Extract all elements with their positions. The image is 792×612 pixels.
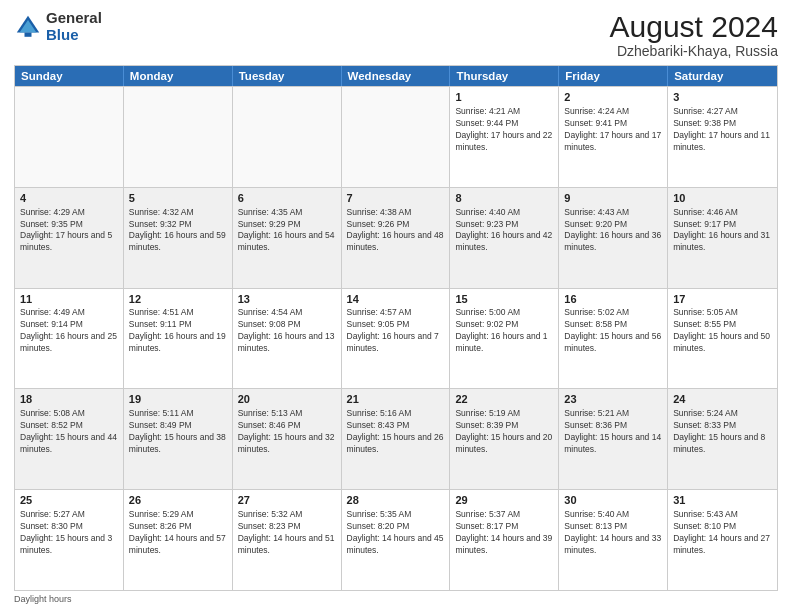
cell-details: Sunrise: 5:11 AMSunset: 8:49 PMDaylight:… <box>129 408 227 456</box>
calendar-header: SundayMondayTuesdayWednesdayThursdayFrid… <box>15 66 777 86</box>
calendar-cell: 26Sunrise: 5:29 AMSunset: 8:26 PMDayligh… <box>124 490 233 590</box>
day-number: 18 <box>20 392 118 407</box>
calendar-cell: 13Sunrise: 4:54 AMSunset: 9:08 PMDayligh… <box>233 289 342 389</box>
day-number: 2 <box>564 90 662 105</box>
day-number: 6 <box>238 191 336 206</box>
day-number: 28 <box>347 493 445 508</box>
day-number: 16 <box>564 292 662 307</box>
calendar-body: 1Sunrise: 4:21 AMSunset: 9:44 PMDaylight… <box>15 86 777 590</box>
day-number: 1 <box>455 90 553 105</box>
svg-rect-2 <box>25 32 32 36</box>
calendar-cell: 5Sunrise: 4:32 AMSunset: 9:32 PMDaylight… <box>124 188 233 288</box>
cell-details: Sunrise: 5:27 AMSunset: 8:30 PMDaylight:… <box>20 509 118 557</box>
calendar-header-day: Thursday <box>450 66 559 86</box>
calendar-cell: 8Sunrise: 4:40 AMSunset: 9:23 PMDaylight… <box>450 188 559 288</box>
header: General Blue August 2024 Dzhebariki-Khay… <box>14 10 778 59</box>
day-number: 9 <box>564 191 662 206</box>
calendar-week-1: 1Sunrise: 4:21 AMSunset: 9:44 PMDaylight… <box>15 86 777 187</box>
day-number: 12 <box>129 292 227 307</box>
cell-details: Sunrise: 5:32 AMSunset: 8:23 PMDaylight:… <box>238 509 336 557</box>
day-number: 11 <box>20 292 118 307</box>
cell-details: Sunrise: 5:29 AMSunset: 8:26 PMDaylight:… <box>129 509 227 557</box>
cell-details: Sunrise: 4:32 AMSunset: 9:32 PMDaylight:… <box>129 207 227 255</box>
logo-icon <box>14 13 42 41</box>
day-number: 7 <box>347 191 445 206</box>
cell-details: Sunrise: 5:00 AMSunset: 9:02 PMDaylight:… <box>455 307 553 355</box>
day-number: 13 <box>238 292 336 307</box>
calendar-cell: 2Sunrise: 4:24 AMSunset: 9:41 PMDaylight… <box>559 87 668 187</box>
cell-details: Sunrise: 5:13 AMSunset: 8:46 PMDaylight:… <box>238 408 336 456</box>
cell-details: Sunrise: 4:21 AMSunset: 9:44 PMDaylight:… <box>455 106 553 154</box>
logo-text: General Blue <box>46 10 102 43</box>
day-number: 14 <box>347 292 445 307</box>
calendar-cell: 25Sunrise: 5:27 AMSunset: 8:30 PMDayligh… <box>15 490 124 590</box>
subtitle: Dzhebariki-Khaya, Russia <box>610 43 778 59</box>
calendar-cell: 11Sunrise: 4:49 AMSunset: 9:14 PMDayligh… <box>15 289 124 389</box>
calendar-cell: 10Sunrise: 4:46 AMSunset: 9:17 PMDayligh… <box>668 188 777 288</box>
day-number: 30 <box>564 493 662 508</box>
calendar-header-day: Monday <box>124 66 233 86</box>
cell-details: Sunrise: 4:57 AMSunset: 9:05 PMDaylight:… <box>347 307 445 355</box>
cell-details: Sunrise: 5:21 AMSunset: 8:36 PMDaylight:… <box>564 408 662 456</box>
cell-details: Sunrise: 4:40 AMSunset: 9:23 PMDaylight:… <box>455 207 553 255</box>
calendar-week-3: 11Sunrise: 4:49 AMSunset: 9:14 PMDayligh… <box>15 288 777 389</box>
cell-details: Sunrise: 4:27 AMSunset: 9:38 PMDaylight:… <box>673 106 772 154</box>
cell-details: Sunrise: 4:24 AMSunset: 9:41 PMDaylight:… <box>564 106 662 154</box>
day-number: 10 <box>673 191 772 206</box>
calendar-header-day: Sunday <box>15 66 124 86</box>
calendar-cell: 24Sunrise: 5:24 AMSunset: 8:33 PMDayligh… <box>668 389 777 489</box>
calendar-cell: 7Sunrise: 4:38 AMSunset: 9:26 PMDaylight… <box>342 188 451 288</box>
calendar-cell <box>15 87 124 187</box>
day-number: 26 <box>129 493 227 508</box>
cell-details: Sunrise: 5:05 AMSunset: 8:55 PMDaylight:… <box>673 307 772 355</box>
day-number: 15 <box>455 292 553 307</box>
cell-details: Sunrise: 5:40 AMSunset: 8:13 PMDaylight:… <box>564 509 662 557</box>
cell-details: Sunrise: 4:43 AMSunset: 9:20 PMDaylight:… <box>564 207 662 255</box>
calendar-week-4: 18Sunrise: 5:08 AMSunset: 8:52 PMDayligh… <box>15 388 777 489</box>
logo-blue-text: Blue <box>46 27 102 44</box>
calendar-cell: 28Sunrise: 5:35 AMSunset: 8:20 PMDayligh… <box>342 490 451 590</box>
calendar-cell: 6Sunrise: 4:35 AMSunset: 9:29 PMDaylight… <box>233 188 342 288</box>
day-number: 5 <box>129 191 227 206</box>
calendar-cell: 22Sunrise: 5:19 AMSunset: 8:39 PMDayligh… <box>450 389 559 489</box>
cell-details: Sunrise: 5:43 AMSunset: 8:10 PMDaylight:… <box>673 509 772 557</box>
calendar-cell: 19Sunrise: 5:11 AMSunset: 8:49 PMDayligh… <box>124 389 233 489</box>
calendar-cell: 30Sunrise: 5:40 AMSunset: 8:13 PMDayligh… <box>559 490 668 590</box>
footer-note: Daylight hours <box>14 594 778 604</box>
cell-details: Sunrise: 5:02 AMSunset: 8:58 PMDaylight:… <box>564 307 662 355</box>
day-number: 3 <box>673 90 772 105</box>
day-number: 27 <box>238 493 336 508</box>
calendar-cell: 14Sunrise: 4:57 AMSunset: 9:05 PMDayligh… <box>342 289 451 389</box>
calendar-cell: 16Sunrise: 5:02 AMSunset: 8:58 PMDayligh… <box>559 289 668 389</box>
logo: General Blue <box>14 10 102 43</box>
calendar-header-day: Saturday <box>668 66 777 86</box>
calendar-header-day: Tuesday <box>233 66 342 86</box>
calendar-cell: 4Sunrise: 4:29 AMSunset: 9:35 PMDaylight… <box>15 188 124 288</box>
cell-details: Sunrise: 4:54 AMSunset: 9:08 PMDaylight:… <box>238 307 336 355</box>
calendar-cell: 20Sunrise: 5:13 AMSunset: 8:46 PMDayligh… <box>233 389 342 489</box>
cell-details: Sunrise: 4:49 AMSunset: 9:14 PMDaylight:… <box>20 307 118 355</box>
cell-details: Sunrise: 5:35 AMSunset: 8:20 PMDaylight:… <box>347 509 445 557</box>
day-number: 25 <box>20 493 118 508</box>
calendar-cell: 12Sunrise: 4:51 AMSunset: 9:11 PMDayligh… <box>124 289 233 389</box>
day-number: 17 <box>673 292 772 307</box>
day-number: 20 <box>238 392 336 407</box>
cell-details: Sunrise: 5:19 AMSunset: 8:39 PMDaylight:… <box>455 408 553 456</box>
calendar-cell: 21Sunrise: 5:16 AMSunset: 8:43 PMDayligh… <box>342 389 451 489</box>
cell-details: Sunrise: 5:08 AMSunset: 8:52 PMDaylight:… <box>20 408 118 456</box>
calendar-header-day: Wednesday <box>342 66 451 86</box>
calendar-cell: 27Sunrise: 5:32 AMSunset: 8:23 PMDayligh… <box>233 490 342 590</box>
cell-details: Sunrise: 5:37 AMSunset: 8:17 PMDaylight:… <box>455 509 553 557</box>
calendar-cell: 9Sunrise: 4:43 AMSunset: 9:20 PMDaylight… <box>559 188 668 288</box>
logo-general-text: General <box>46 10 102 27</box>
calendar-cell: 15Sunrise: 5:00 AMSunset: 9:02 PMDayligh… <box>450 289 559 389</box>
calendar-cell: 3Sunrise: 4:27 AMSunset: 9:38 PMDaylight… <box>668 87 777 187</box>
calendar-cell <box>233 87 342 187</box>
cell-details: Sunrise: 4:35 AMSunset: 9:29 PMDaylight:… <box>238 207 336 255</box>
calendar-cell: 23Sunrise: 5:21 AMSunset: 8:36 PMDayligh… <box>559 389 668 489</box>
cell-details: Sunrise: 4:29 AMSunset: 9:35 PMDaylight:… <box>20 207 118 255</box>
title-block: August 2024 Dzhebariki-Khaya, Russia <box>610 10 778 59</box>
day-number: 24 <box>673 392 772 407</box>
page: General Blue August 2024 Dzhebariki-Khay… <box>0 0 792 612</box>
cell-details: Sunrise: 5:24 AMSunset: 8:33 PMDaylight:… <box>673 408 772 456</box>
